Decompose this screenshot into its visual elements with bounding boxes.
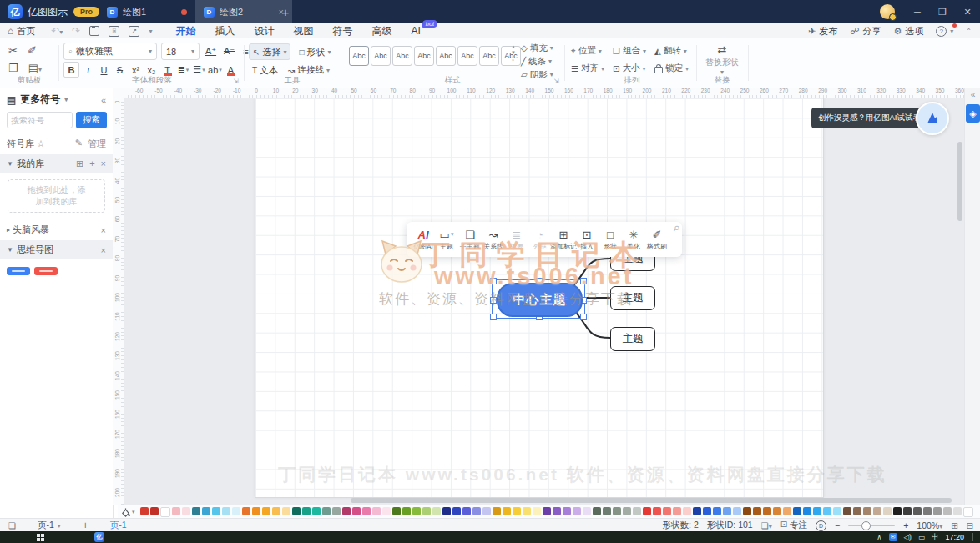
color-swatch[interactable] (322, 507, 331, 515)
color-swatch[interactable] (160, 507, 170, 517)
zoom-slider-knob[interactable] (861, 521, 871, 530)
layers-icon[interactable]: ❏▾ (761, 521, 772, 530)
horizontal-scroll-thumb[interactable] (351, 498, 952, 503)
copy-icon[interactable]: ❐ (8, 62, 18, 74)
color-swatch[interactable] (663, 507, 671, 515)
add-page-button[interactable]: + (83, 520, 88, 531)
color-swatch[interactable] (553, 507, 561, 515)
color-swatch[interactable] (382, 507, 391, 515)
doc-tab[interactable]: D绘图1 (99, 0, 195, 23)
color-swatch[interactable] (150, 507, 159, 515)
font-family-select[interactable]: ⌕ 微软雅黑 ▾ (63, 43, 157, 60)
color-swatch[interactable] (593, 507, 601, 515)
color-swatch[interactable] (482, 507, 491, 515)
tray-message-icon[interactable]: ✉ (889, 533, 897, 541)
color-swatch[interactable] (513, 507, 521, 515)
redo-icon[interactable]: ↷ (72, 25, 80, 37)
close-button[interactable]: ✕ (955, 0, 980, 23)
shape-tool[interactable]: □ 形状▾ (296, 44, 334, 59)
color-swatch[interactable] (823, 507, 831, 515)
new-tab-button[interactable]: + (275, 0, 296, 23)
resize-handle[interactable] (580, 278, 587, 284)
undo-icon[interactable]: ↶▾ (51, 25, 63, 37)
color-swatch[interactable] (623, 507, 631, 515)
color-swatch[interactable] (372, 507, 381, 515)
tray-expand-icon[interactable]: ∧ (876, 533, 881, 541)
style-preset[interactable]: Abc (349, 46, 369, 66)
restore-button[interactable]: ❐ (930, 0, 955, 23)
mindmap-center-topic[interactable]: 中心主题 (497, 283, 583, 317)
minimize-button[interactable]: ─ (905, 0, 930, 23)
color-swatch[interactable] (773, 507, 781, 515)
color-swatch[interactable] (462, 507, 471, 515)
import-library-icon[interactable]: ⊞ (76, 158, 83, 169)
zoom-in-button[interactable]: + (903, 520, 908, 530)
style-preset[interactable]: Abc (392, 46, 412, 66)
tab-开始[interactable]: 开始 (175, 24, 195, 38)
fill-color-button[interactable]: ▾ (121, 508, 135, 517)
start-button[interactable] (37, 534, 44, 541)
tab-符号[interactable]: 符号 (332, 24, 352, 38)
format-panel-button[interactable]: ◈ (966, 104, 980, 123)
color-swatch[interactable] (182, 507, 190, 515)
tab-AI[interactable]: AIhot (411, 25, 437, 37)
close-section-icon[interactable]: × (101, 225, 106, 235)
color-swatch[interactable] (803, 507, 811, 515)
color-swatch[interactable] (192, 507, 200, 515)
color-swatch[interactable] (723, 507, 731, 515)
color-swatch[interactable] (713, 507, 721, 515)
pin-icon[interactable]: ⚲ (672, 224, 682, 234)
color-swatch[interactable] (422, 507, 431, 515)
color-swatch[interactable] (743, 507, 751, 515)
color-swatch[interactable] (342, 507, 351, 515)
style-down-icon[interactable]: ▼ (511, 50, 516, 55)
resize-handle[interactable] (490, 278, 497, 284)
style-preset[interactable]: Abc (371, 46, 391, 66)
group-button[interactable]: ❒ 组合▾ (613, 45, 654, 57)
color-swatch[interactable] (923, 507, 932, 515)
toolbar-item-painter[interactable]: ✐格式刷 (645, 228, 669, 251)
library-drop-zone[interactable]: 拖拽到此处，添 加到我的库 (8, 179, 105, 213)
line-button[interactable]: ╱ 线条▾ (521, 55, 553, 68)
focus-mode-button[interactable]: ⊡ 专注 (780, 520, 807, 531)
styles-expand-icon[interactable]: ⇲ (553, 78, 559, 85)
color-swatch[interactable] (793, 507, 801, 515)
color-swatch[interactable] (242, 507, 250, 515)
color-swatch[interactable] (292, 507, 301, 515)
color-swatch[interactable] (853, 507, 861, 515)
color-swatch[interactable] (312, 507, 321, 515)
mindmap-symbol-blue[interactable] (7, 267, 30, 275)
font-expand-icon[interactable]: ⇲ (233, 78, 239, 85)
increase-font-icon[interactable]: A⁺ (204, 44, 218, 58)
pin-library-icon[interactable]: ☆ (37, 138, 45, 149)
close-library-icon[interactable]: × (101, 158, 106, 169)
color-swatch[interactable] (813, 507, 821, 515)
color-swatch[interactable] (603, 507, 611, 515)
color-swatch[interactable] (202, 507, 210, 515)
color-swatch[interactable] (633, 507, 641, 515)
fit-width-icon[interactable]: ⊟ (967, 521, 973, 530)
cut-icon[interactable]: ✂ (8, 44, 18, 57)
toolbar-item-insert[interactable]: ⊡插入 (575, 228, 599, 251)
volume-icon[interactable]: ◁) (904, 533, 912, 541)
color-swatch[interactable] (252, 507, 260, 515)
close-section-icon[interactable]: × (101, 245, 106, 255)
color-swatch[interactable] (613, 507, 621, 515)
color-swatch[interactable] (683, 507, 691, 515)
mindmap-topic[interactable]: 主题 (610, 286, 655, 310)
tab-视图[interactable]: 视图 (293, 24, 313, 38)
color-swatch[interactable] (232, 507, 240, 515)
replace-shape-button[interactable]: ⇄ 替换形状 ▾ (700, 43, 745, 76)
color-swatch[interactable] (933, 507, 942, 515)
user-avatar[interactable] (880, 4, 895, 19)
mindmap-symbol-red[interactable] (34, 267, 58, 275)
toolbar-item-ai[interactable]: AI亿图AI (412, 228, 435, 251)
vertical-scroll-thumb[interactable] (957, 142, 962, 221)
color-swatch[interactable] (703, 507, 711, 515)
tab-高级[interactable]: 高级 (371, 24, 391, 38)
color-swatch[interactable] (643, 507, 651, 515)
color-swatch[interactable] (953, 507, 962, 515)
panel-collapse-icon[interactable]: « (965, 90, 980, 99)
style-preset[interactable]: Abc (436, 46, 456, 66)
color-swatch[interactable] (903, 507, 912, 515)
